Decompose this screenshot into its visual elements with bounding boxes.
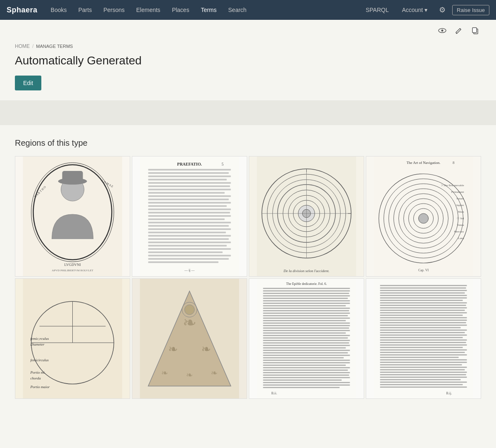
svg-rect-113: [263, 303, 350, 304]
svg-rect-141: [263, 372, 350, 373]
image-cell-portrait[interactable]: LVGDVNI APVD PHILIBERTVM ROLVLET B A R T…: [15, 156, 130, 277]
image-cell-text-page[interactable]: PRAEFATIO. 5: [132, 156, 247, 277]
svg-text:femic;rculus: femic;rculus: [31, 337, 49, 341]
gear-button[interactable]: ⚙: [436, 4, 449, 16]
nav-parts[interactable]: Parts: [73, 4, 97, 16]
eye-button[interactable]: [436, 25, 448, 38]
image-cell-semicircle[interactable]: femic;rculus Diameter femicirculus Porti…: [15, 278, 130, 399]
svg-rect-176: [380, 349, 467, 351]
svg-rect-119: [263, 318, 350, 319]
svg-rect-38: [148, 238, 229, 240]
svg-rect-189: [380, 382, 467, 383]
breadcrumb: HOME / MANAGE TERMS: [15, 42, 481, 54]
svg-rect-182: [380, 364, 462, 365]
nav-elements[interactable]: Elements: [131, 4, 165, 16]
svg-text:Cap. VI: Cap. VI: [418, 268, 429, 272]
nav-books[interactable]: Books: [46, 4, 72, 16]
svg-rect-180: [380, 359, 467, 360]
nav-terms[interactable]: Terms: [196, 4, 222, 16]
svg-text:❧: ❧: [161, 368, 168, 377]
svg-text:B.ij.: B.ij.: [446, 391, 452, 395]
svg-text:5: 5: [222, 162, 224, 166]
svg-rect-20: [148, 179, 227, 180]
navbar-right: SPARQL Account ▾ ⚙ Raise Issue: [361, 4, 489, 16]
svg-rect-188: [380, 379, 461, 380]
svg-rect-158: [380, 305, 466, 306]
svg-text:APVD PHILIBERTVM ROLVLET: APVD PHILIBERTVM ROLVLET: [52, 269, 93, 272]
svg-rect-143: [263, 377, 350, 378]
svg-rect-137: [263, 362, 350, 363]
svg-rect-131: [263, 347, 346, 348]
divider-section: [0, 100, 496, 125]
svg-rect-155: [380, 297, 467, 299]
svg-rect-162: [380, 315, 463, 316]
image-cell-dense-text-2[interactable]: B.ij.: [366, 278, 481, 399]
svg-rect-157: [380, 302, 467, 303]
svg-rect-187: [380, 377, 467, 378]
svg-rect-33: [148, 222, 231, 223]
svg-rect-186: [380, 374, 466, 375]
svg-rect-124: [263, 330, 350, 331]
svg-rect-173: [380, 342, 466, 343]
svg-rect-159: [380, 307, 467, 308]
top-icon-bar: [15, 20, 481, 42]
svg-rect-181: [380, 362, 467, 363]
svg-rect-167: [380, 327, 461, 328]
svg-rect-27: [148, 202, 231, 204]
image-grid-row1: LVGDVNI APVD PHILIBERTVM ROLVLET B A R T…: [15, 156, 481, 277]
svg-rect-118: [263, 315, 348, 316]
svg-rect-35: [148, 228, 231, 230]
svg-rect-135: [263, 357, 344, 358]
svg-rect-126: [263, 335, 350, 336]
svg-text:❧: ❧: [183, 313, 197, 332]
svg-rect-44: [148, 258, 229, 260]
svg-rect-160: [380, 310, 465, 311]
image-grid-row2: femic;rculus Diameter femicirculus Porti…: [15, 278, 481, 399]
svg-rect-40: [148, 245, 227, 247]
nav-search[interactable]: Search: [223, 4, 251, 16]
image-cell-circle-diagram[interactable]: De la division selon l'accident.: [249, 156, 364, 277]
copy-button[interactable]: [470, 25, 481, 38]
page-title: Automatically Generated: [15, 54, 481, 67]
edit-button[interactable]: Edit: [15, 76, 41, 90]
svg-text:❧: ❧: [168, 343, 178, 356]
regions-title: Regions of this type: [15, 135, 481, 148]
svg-rect-146: [263, 384, 350, 386]
chevron-down-icon: ▾: [424, 7, 427, 13]
edit-icon-button[interactable]: [453, 25, 465, 38]
svg-text:Portio mi.: Portio mi.: [30, 370, 46, 375]
svg-rect-111: [263, 298, 348, 299]
breadcrumb-home[interactable]: HOME: [15, 43, 30, 49]
svg-rect-120: [263, 320, 346, 321]
svg-rect-184: [380, 369, 465, 370]
svg-text:LVGDVNI: LVGDVNI: [64, 263, 81, 267]
svg-rect-115: [263, 308, 350, 309]
svg-rect-45: [148, 261, 219, 263]
svg-text:De la division selon l'acciden: De la division selon l'accident.: [283, 269, 329, 273]
svg-rect-133: [263, 352, 348, 353]
svg-rect-112: [263, 300, 350, 301]
svg-rect-34: [148, 225, 229, 227]
svg-rect-128: [263, 340, 350, 341]
nav-sparql[interactable]: SPARQL: [361, 4, 394, 16]
image-cell-navigation[interactable]: The Art of Navigation. 8 ☽ The first mov…: [366, 156, 481, 277]
svg-rect-169: [380, 332, 465, 333]
brand[interactable]: Sphaera: [7, 6, 38, 14]
image-cell-dense-text-1[interactable]: The Epiftle dedicatorie. Fol. 6.: [249, 278, 364, 399]
svg-text:8: 8: [453, 161, 455, 165]
nav-persons[interactable]: Persons: [98, 4, 129, 16]
svg-text:☉ Sol: ☉ Sol: [457, 217, 464, 220]
nav-places[interactable]: Places: [167, 4, 194, 16]
svg-rect-127: [263, 337, 348, 339]
svg-rect-185: [380, 372, 467, 373]
svg-rect-42: [148, 251, 223, 253]
svg-text:Saturn: Saturn: [456, 197, 464, 200]
svg-rect-170: [380, 334, 467, 336]
svg-rect-116: [263, 310, 349, 311]
svg-rect-150: [380, 285, 467, 286]
raise-issue-button[interactable]: Raise Issue: [452, 5, 489, 15]
svg-rect-138: [263, 365, 346, 366]
image-cell-ornament[interactable]: ❧ ❧ ❧ ❧ ❧ ❧: [132, 278, 247, 399]
svg-rect-36: [148, 232, 226, 233]
nav-account[interactable]: Account ▾: [397, 4, 432, 16]
